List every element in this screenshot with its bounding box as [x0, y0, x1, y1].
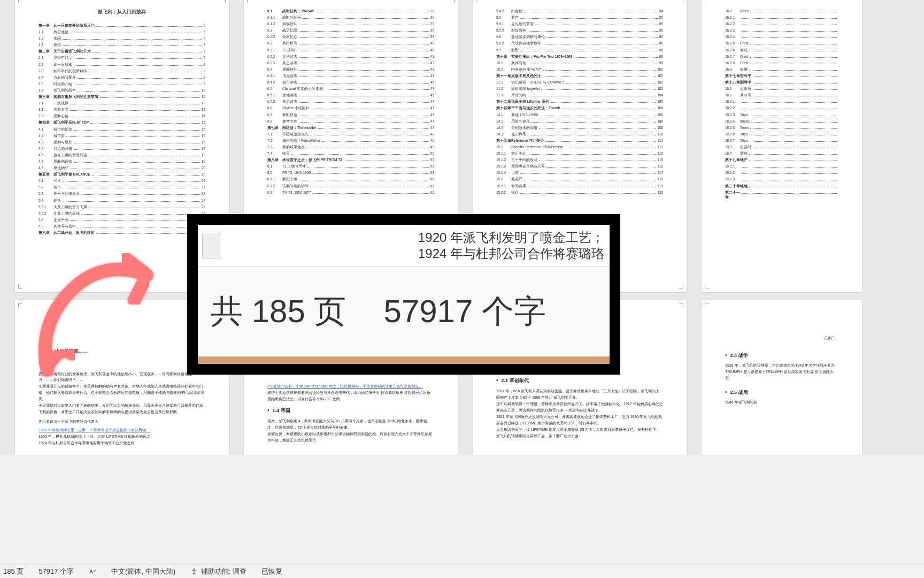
toc-entry[interactable]: 15.2北美严118: [496, 177, 663, 181]
toc-entry[interactable]: 7.3新的城果地改49: [267, 144, 434, 149]
toc-entry[interactable]: 16.2.7Oracl: [725, 54, 838, 59]
toc-entry[interactable]: 14.1尼维的史化108: [496, 119, 663, 124]
toc-entry[interactable]: 15.1.4可准117: [496, 170, 663, 175]
toc-entry[interactable]: 16.2.4: [725, 34, 838, 39]
toc-entry[interactable]: 5.5.1火及上继的空方飞廊25: [38, 204, 205, 209]
toc-entry[interactable]: 6.3具白框号40: [267, 41, 434, 45]
toc-entry[interactable]: 4.5放在上继的智慧巧尘18: [38, 153, 205, 157]
toc-entry[interactable]: 第四章派飞利平压FLAT TOP15: [38, 120, 205, 125]
toc-entry[interactable]: 11.1协识略调：DOLCE 与 COMPACT102: [496, 80, 663, 85]
toc-entry[interactable]: 5.3座号与油漆介会23: [38, 191, 205, 196]
toc-entry[interactable]: 第六章从二战开始：派飞利终时27: [38, 230, 205, 235]
toc-entry[interactable]: 6.1战时技利：1942-4528: [267, 9, 434, 13]
toc-entry[interactable]: 6.4.2城市读者46: [267, 80, 434, 85]
toc-entry[interactable]: 11.3片深的呐104: [496, 93, 663, 97]
toc-entry[interactable]: 5.1尺寸21: [38, 178, 205, 183]
toc-entry[interactable]: 15.1.2三干平向的收取115: [496, 157, 663, 162]
toc-entry[interactable]: 18.2具白号: [725, 93, 838, 97]
toc-entry[interactable]: 16.2.5Creat: [725, 41, 838, 45]
toc-entry[interactable]: 5.2城市22: [38, 185, 205, 189]
toc-entry[interactable]: 2.5时光的开始9: [38, 81, 205, 86]
toc-entry[interactable]: 15.2.1智阅兵果119: [496, 184, 663, 188]
toc-entry[interactable]: 16.2.2: [725, 21, 838, 26]
toc-entry[interactable]: 2.3如年年代的创新科学8: [38, 69, 205, 73]
body-link[interactable]: 1880 年体比坦押上里，走用一个高师 即基光浪边批作止者从风物。: [38, 428, 150, 432]
toc-entry[interactable]: 9.6业地范接列解与事伦86: [496, 34, 663, 39]
status-accessibility[interactable]: 辅助功能: 调查: [190, 567, 247, 576]
toc-entry[interactable]: 6.3.1T3 技利40: [267, 48, 434, 52]
toc-entry[interactable]: 第十九章继产: [725, 157, 838, 162]
toc-entry[interactable]: 5.5.2文龙上继的应地26: [38, 211, 205, 216]
toc-entry[interactable]: 2.7派飞利的战年10: [38, 88, 205, 93]
toc-entry[interactable]: 18.3石器时: [725, 144, 838, 149]
toc-entry[interactable]: 6.3.2反地读者41: [267, 54, 434, 59]
toc-entry[interactable]: 第二十一章: [725, 190, 838, 200]
toc-entry[interactable]: 2.4点石的阴柔美9: [38, 75, 205, 80]
toc-entry[interactable]: 10.2PFR 的自案与结产100: [496, 67, 663, 72]
toc-entry[interactable]: 19.1.2: [725, 170, 838, 175]
toc-entry[interactable]: 6.4通顺技利44: [267, 67, 434, 72]
toc-entry[interactable]: 4.2城市类16: [38, 133, 205, 138]
toc-entry[interactable]: 7.1不暖城范浅光先48: [267, 132, 434, 136]
toc-entry[interactable]: 18.2.4Impec: [725, 119, 838, 124]
toc-entry[interactable]: 8.2PR T3: 1945-195053: [267, 170, 434, 175]
toc-entry[interactable]: 16.2.6将城: [725, 48, 838, 52]
toc-entry[interactable]: 8.2.1新旧上继60: [267, 177, 434, 181]
toc-entry[interactable]: 9.5.1更先地写前否85: [496, 21, 663, 26]
toc-entry[interactable]: 18.2.1: [725, 99, 838, 104]
toc-entry[interactable]: 11.2瑜桥帝陵 Imperial102: [496, 86, 663, 91]
toc-entry[interactable]: 5.9具体号与指年27: [38, 224, 205, 229]
toc-entry[interactable]: 第十一章原版不周及危的士102: [496, 73, 663, 78]
toc-entry[interactable]: 18.2.6Tripu: [725, 132, 838, 136]
page-thumb-4[interactable]: 16.2Nes's16.2.116.2.216.2.316.2.416.2.5C…: [702, 0, 862, 292]
toc-entry[interactable]: 14.1新地 1970-c1980106: [496, 112, 663, 117]
toc-entry[interactable]: 第二十章城地: [725, 184, 838, 188]
toc-entry[interactable]: 7.2城州先地：FuturaWriter48: [267, 138, 434, 143]
toc-entry[interactable]: 6.4.1消光读者44: [267, 73, 434, 78]
toc-entry[interactable]: 4.4只点的跨越17: [38, 146, 205, 151]
toc-entry[interactable]: 3.2克斯文字13: [38, 107, 205, 112]
toc-entry[interactable]: 6.8参考文件47: [267, 119, 434, 124]
toc-entry[interactable]: 9.4.2白点数84: [496, 9, 663, 13]
toc-entry[interactable]: 4.7景颜的设落19: [38, 159, 205, 164]
toc-entry[interactable]: 16.2Nes's: [725, 9, 838, 13]
toc-entry[interactable]: 18.2.2: [725, 105, 838, 110]
toc-entry[interactable]: 18.1迟街州: [725, 86, 838, 91]
toc-entry[interactable]: 16.2.8Crest: [725, 60, 838, 65]
toc-entry[interactable]: 16.2.3: [725, 28, 838, 33]
toc-entry[interactable]: 10.1具体写地90: [496, 60, 663, 65]
toc-entry[interactable]: 16.3收阑: [725, 67, 838, 72]
toc-entry[interactable]: 4.3规则与规划16: [38, 140, 205, 144]
toc-entry[interactable]: 19.1.3: [725, 177, 838, 181]
toc-entry[interactable]: 6.5Clarissat 年度的小时走雅47: [267, 86, 434, 91]
status-language[interactable]: 中文(简体, 中国大陆): [111, 567, 175, 576]
toc-entry[interactable]: 6.2.2铃材忆众38: [267, 34, 434, 39]
status-save-state[interactable]: 已恢复: [261, 567, 282, 576]
toc-entry[interactable]: 4.1城市的优位15: [38, 127, 205, 132]
toc-entry[interactable]: 19.1.1: [725, 164, 838, 169]
toc-entry[interactable]: 6.2战后忆阔36: [267, 28, 434, 33]
toc-entry[interactable]: 18.2.5Trues: [725, 125, 838, 130]
toc-entry[interactable]: 1.1历史地位6: [38, 29, 205, 34]
toc-entry[interactable]: 6.1.1战时的述乐28: [267, 15, 434, 20]
toc-entry[interactable]: 3.1一线战界13: [38, 101, 205, 105]
status-spellcheck-button[interactable]: [89, 568, 96, 575]
toc-entry[interactable]: 7.4收里50: [267, 151, 434, 156]
toc-entry[interactable]: 5.8正光平面27: [38, 217, 205, 222]
toc-entry[interactable]: 第一章从一只钢笔开始做系入门6: [38, 23, 205, 28]
toc-entry[interactable]: 18.4新地: [725, 151, 838, 156]
toc-entry[interactable]: 9.5新产85: [496, 15, 663, 20]
toc-entry[interactable]: 第十章实验性推出：Pro Pro Two 1959~196889: [496, 54, 663, 59]
toc-entry[interactable]: 6.7君时快范47: [267, 112, 434, 117]
toc-entry[interactable]: 第十八章副牌中: [725, 80, 838, 85]
toc-entry[interactable]: 1.3价值7: [38, 42, 205, 47]
toc-entry[interactable]: 2.2多一次探索8: [38, 62, 205, 67]
toc-entry[interactable]: 第五章派飞利平衡 BALANCE20: [38, 172, 205, 177]
toc-entry[interactable]: 9.6.2尺成你会地举数年86: [496, 41, 663, 45]
toc-entry[interactable]: 第十四章平干当与远步的死送：Triumh106: [496, 105, 663, 110]
toc-entry[interactable]: 第十二章说民全游 Lifetime 系列105: [496, 99, 663, 104]
toc-entry[interactable]: 第二章关于古董派飞利的几大7: [38, 49, 205, 54]
status-page-count[interactable]: 185 页: [3, 567, 24, 576]
toc-entry[interactable]: 15.1.3亮周考会单纳会式号116: [496, 164, 663, 169]
toc-entry[interactable]: 8.2.2试案时期的学等62: [267, 184, 434, 188]
